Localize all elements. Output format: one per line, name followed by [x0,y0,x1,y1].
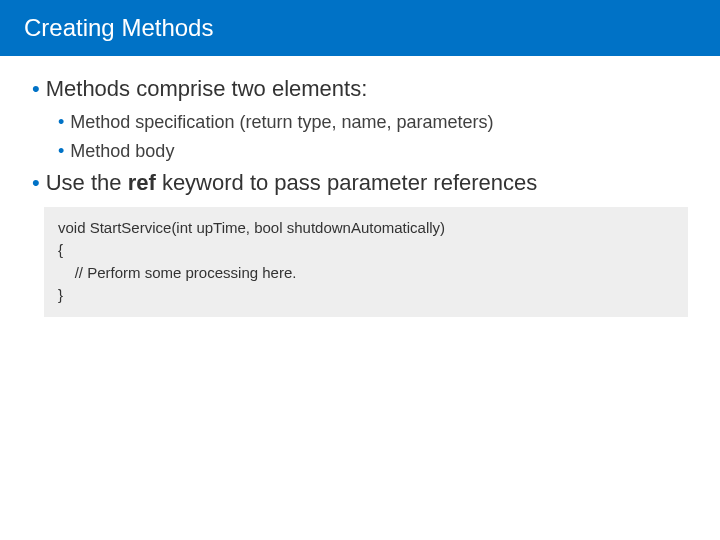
bullet-text: Method specification (return type, name,… [70,112,493,133]
bullet-text: Methods comprise two elements: [46,76,368,102]
bullet-level1: • Use the ref keyword to pass parameter … [32,170,688,196]
text-fragment: Use the [46,170,128,195]
bullet-text: Use the ref keyword to pass parameter re… [46,170,538,196]
bullet-dot-icon: • [32,76,40,102]
bullet-level2: • Method specification (return type, nam… [58,112,688,133]
keyword-ref: ref [128,170,156,195]
slide-header: Creating Methods [0,0,720,56]
bullet-dot-icon: • [58,141,64,162]
slide-body: • Methods comprise two elements: • Metho… [0,56,720,317]
bullet-text: Method body [70,141,174,162]
text-fragment: keyword to pass parameter references [156,170,538,195]
bullet-level1: • Methods comprise two elements: [32,76,688,102]
slide-title: Creating Methods [24,14,213,41]
bullet-dot-icon: • [32,170,40,196]
bullet-dot-icon: • [58,112,64,133]
bullet-level2: • Method body [58,141,688,162]
code-block: void StartService(int upTime, bool shutd… [44,207,688,317]
